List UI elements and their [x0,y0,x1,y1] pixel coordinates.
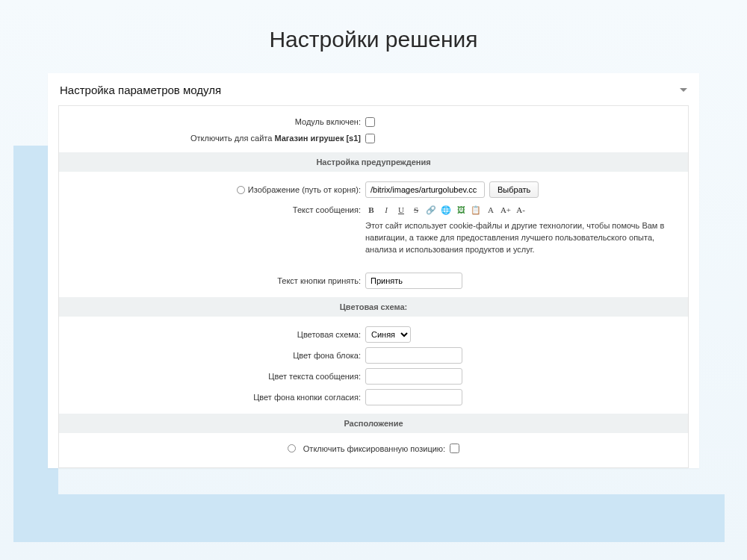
globe-icon[interactable]: 🌐 [440,204,452,216]
underline-icon[interactable]: U [395,204,407,216]
page-title: Настройки решения [0,0,747,73]
copy-icon[interactable]: 📋 [470,204,482,216]
row-text-color: Цвет текста сообщения: [59,366,688,387]
editor-toolbar: B I U S 🔗 🌐 🖼 📋 A A+ A- [365,202,681,219]
settings-panel: Настройка параметров модуля Модуль включ… [48,73,699,468]
row-module-enabled: Модуль включен: [59,113,688,130]
bg-color-label: Цвет фона блока: [59,351,365,360]
row-disable-fixed: Отключить фиксированную позицию: [59,441,688,457]
module-enabled-label: Модуль включен: [59,117,365,126]
section-position: Расположение [59,414,688,433]
row-color-scheme: Цветовая схема: Синяя [59,324,688,345]
panel-header: Настройка параметров модуля [48,73,699,105]
row-button-bg: Цвет фона кнопки согласия: [59,387,688,408]
font-increase-icon[interactable]: A+ [500,204,512,216]
image-path-label-wrap: Изображение (путь от корня): [59,185,365,194]
row-disable-site: Отключить для сайта Магазин игрушек [s1] [59,130,688,146]
editor-area: B I U S 🔗 🌐 🖼 📋 A A+ A- Этот сайт исполь… [365,202,681,262]
disable-site-prefix: Отключить для сайта [190,134,274,143]
accept-text-input[interactable] [365,273,462,289]
panel-title: Настройка параметров модуля [60,84,221,96]
row-accept-text: Текст кнопки принять: [59,270,688,291]
row-message-text: Текст сообщения: B I U S 🔗 🌐 🖼 📋 A A+ [59,200,688,264]
form-body: Модуль включен: Отключить для сайта Мага… [58,105,689,468]
text-color-label: Цвет текста сообщения: [59,372,365,381]
radio-fixed-icon[interactable] [288,444,296,452]
italic-icon[interactable]: I [380,204,392,216]
strike-icon[interactable]: S [410,204,422,216]
font-default-icon[interactable]: A [485,204,497,216]
image-path-input[interactable] [365,181,485,198]
button-bg-input[interactable] [365,389,462,405]
row-bg-color: Цвет фона блока: [59,345,688,366]
image-icon[interactable]: 🖼 [455,204,467,216]
disable-site-label: Отключить для сайта Магазин игрушек [s1] [59,134,365,143]
bg-color-input[interactable] [365,347,462,364]
font-decrease-icon[interactable]: A- [515,204,527,216]
disable-site-checkbox[interactable] [365,134,375,143]
section-warning: Настройка предупреждения [59,152,688,172]
message-text-label: Текст сообщения: [59,202,365,214]
text-color-input[interactable] [365,368,462,385]
disable-site-name: Магазин игрушек [s1] [274,134,361,143]
choose-button[interactable]: Выбрать [489,181,539,198]
image-path-label: Изображение (путь от корня): [248,185,361,194]
bg-accent-bottom [13,494,725,542]
color-scheme-label: Цветовая схема: [59,330,365,339]
bold-icon[interactable]: B [365,204,377,216]
disable-fixed-checkbox[interactable] [450,444,459,453]
disable-fixed-label: Отключить фиксированную позицию: [303,444,445,453]
link-icon[interactable]: 🔗 [425,204,437,216]
button-bg-label: Цвет фона кнопки согласия: [59,393,365,402]
radio-icon[interactable] [237,186,245,194]
collapse-icon[interactable] [680,88,687,92]
accept-text-label: Текст кнопки принять: [59,276,365,285]
module-enabled-checkbox[interactable] [365,117,375,127]
section-colors: Цветовая схема: [59,297,688,317]
message-text-value[interactable]: Этот сайт использует cookie-файлы и друг… [365,219,681,262]
color-scheme-select[interactable]: Синяя [365,326,411,343]
row-image-path: Изображение (путь от корня): Выбрать [59,179,688,200]
